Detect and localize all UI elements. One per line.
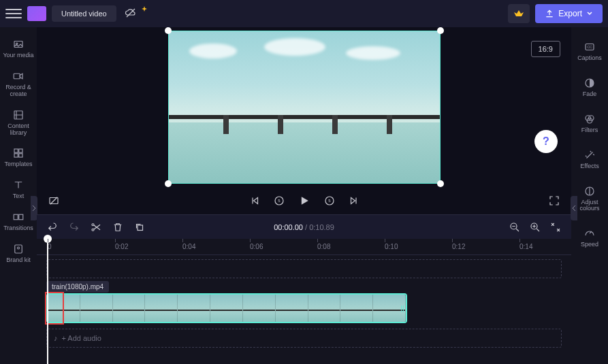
zoom-out-button[interactable] xyxy=(509,221,521,233)
timeline-toolbar: 00:00.00 / 0:10.89 xyxy=(37,214,571,239)
skip-back-button[interactable] xyxy=(249,195,261,207)
app-logo[interactable] xyxy=(27,6,46,21)
video-canvas[interactable] xyxy=(168,31,441,184)
rewind-5-button[interactable]: 5 xyxy=(273,195,285,207)
top-bar: Untitled video Export xyxy=(0,0,608,27)
preview-frame xyxy=(168,31,441,184)
timeline-tracks[interactable]: train(1080p).mp4 || || ♪+ Add audio xyxy=(37,255,571,364)
sidebar-item-brand-kit[interactable]: Brand kit xyxy=(1,239,35,268)
sidebar-item-record-create[interactable]: Record & create xyxy=(1,66,35,102)
sidebar-item-your-media[interactable]: Your media xyxy=(1,34,35,63)
resize-handle-tr[interactable] xyxy=(437,27,444,34)
timeline-ruler[interactable]: 00:020:040:060:080:100:120:14 xyxy=(37,239,571,255)
split-button[interactable] xyxy=(90,221,102,233)
svg-point-19 xyxy=(92,223,94,225)
premium-button[interactable] xyxy=(508,4,530,23)
resize-handle-tl[interactable] xyxy=(165,27,172,34)
forward-5-button[interactable]: 5 xyxy=(323,195,336,207)
skip-forward-button[interactable] xyxy=(348,195,360,207)
svg-text:5: 5 xyxy=(328,199,331,203)
help-button[interactable]: ? xyxy=(534,130,558,153)
cloud-sync-off-icon[interactable] xyxy=(125,7,138,20)
hide-preview-button[interactable] xyxy=(48,195,60,207)
ruler-tick: 0:14 xyxy=(519,239,532,250)
svg-rect-21 xyxy=(138,225,143,231)
chevron-down-icon xyxy=(586,10,593,17)
svg-rect-6 xyxy=(19,149,22,152)
ruler-tick: 0:02 xyxy=(115,239,128,250)
delete-button[interactable] xyxy=(112,221,124,233)
audio-track[interactable]: ♪+ Add audio xyxy=(46,329,562,348)
preview-stage: 16:9 ? xyxy=(37,27,571,187)
sidebar-item-fade[interactable]: Fade xyxy=(573,71,607,103)
add-audio-label: + Add audio xyxy=(62,334,101,342)
menu-button[interactable] xyxy=(5,5,22,22)
playback-controls: 5 5 xyxy=(37,187,571,214)
playhead-line xyxy=(47,243,48,364)
center-area: 16:9 ? xyxy=(37,27,571,364)
sidebar-item-filters[interactable]: Filters xyxy=(573,107,607,139)
play-button[interactable] xyxy=(298,194,311,208)
right-sidebar: CC Captions Fade Filters Effects Adjust … xyxy=(571,27,608,364)
redo-button[interactable] xyxy=(68,221,80,233)
ruler-tick: 0:06 xyxy=(250,239,263,250)
sidebar-item-effects[interactable]: Effects xyxy=(573,144,607,176)
ruler-tick: 0:10 xyxy=(385,239,398,250)
resize-handle-bl[interactable] xyxy=(165,180,172,187)
upload-icon xyxy=(545,9,554,18)
duplicate-button[interactable] xyxy=(133,221,146,233)
svg-rect-7 xyxy=(14,154,18,157)
sidebar-item-templates[interactable]: Templates xyxy=(1,143,35,172)
sidebar-item-content-library[interactable]: Content library xyxy=(1,105,35,141)
aspect-ratio-badge[interactable]: 16:9 xyxy=(531,41,560,57)
ruler-tick: 0:08 xyxy=(317,239,330,250)
resize-handle-br[interactable] xyxy=(437,180,444,187)
project-title[interactable]: Untitled video xyxy=(52,5,116,22)
svg-point-12 xyxy=(18,247,20,249)
zoom-in-button[interactable] xyxy=(529,221,541,233)
fullscreen-button[interactable] xyxy=(548,195,560,207)
svg-rect-3 xyxy=(14,73,20,79)
sidebar-item-adjust-colours[interactable]: Adjust colours xyxy=(573,180,607,218)
collapse-right-panel[interactable] xyxy=(571,196,577,220)
ruler-tick: 0:04 xyxy=(182,239,195,250)
svg-rect-8 xyxy=(19,154,22,157)
ruler-tick: 0:12 xyxy=(452,239,465,250)
sidebar-item-captions[interactable]: CC Captions xyxy=(573,35,607,67)
timecode-display: 00:00.00 / 0:10.89 xyxy=(274,223,334,231)
sparkle-icon xyxy=(141,6,148,13)
export-button[interactable]: Export xyxy=(535,4,603,23)
sidebar-item-speed[interactable]: Speed xyxy=(573,222,607,254)
svg-rect-5 xyxy=(14,149,18,152)
video-clip[interactable]: || || xyxy=(46,293,407,323)
svg-text:5: 5 xyxy=(278,199,281,203)
left-sidebar: Your media Record & create Content libra… xyxy=(0,27,37,364)
svg-rect-10 xyxy=(19,214,23,220)
svg-rect-9 xyxy=(14,214,18,220)
svg-point-20 xyxy=(92,229,94,231)
svg-text:CC: CC xyxy=(587,45,592,49)
undo-button[interactable] xyxy=(46,221,59,233)
clip-trim-right[interactable]: || xyxy=(400,296,404,320)
export-label: Export xyxy=(558,9,582,18)
empty-track-top[interactable] xyxy=(46,259,562,278)
clip-filename-label: train(1080p).mp4 xyxy=(46,281,109,293)
svg-line-14 xyxy=(50,197,58,205)
fit-timeline-button[interactable] xyxy=(549,221,562,233)
